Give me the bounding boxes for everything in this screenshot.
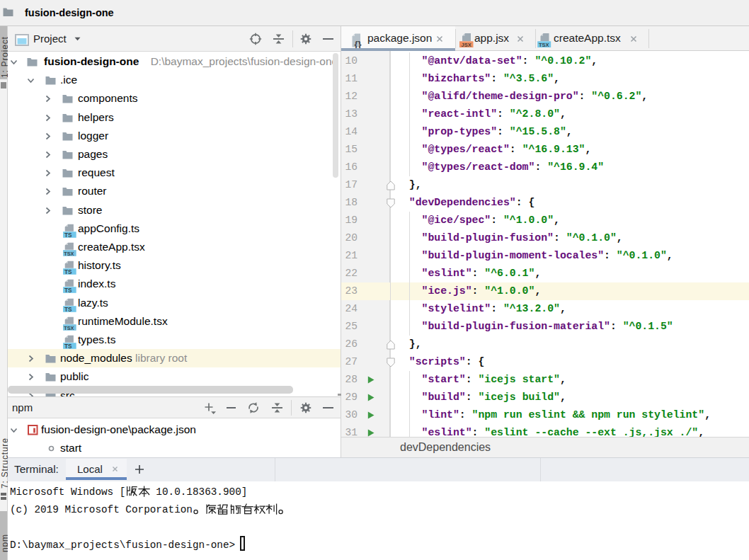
svg-text:TS: TS [64, 306, 72, 312]
svg-text:{}: {} [355, 39, 362, 49]
svg-text:JSX: JSX [462, 42, 471, 47]
svg-text:TSX: TSX [64, 324, 74, 331]
svg-text:TSX: TSX [539, 42, 549, 47]
svg-text:TS: TS [64, 287, 72, 293]
svg-text:TS: TS [64, 232, 72, 237]
svg-text:TS: TS [64, 269, 72, 275]
svg-text:TS: TS [64, 343, 72, 349]
svg-text:TSX: TSX [64, 251, 74, 257]
